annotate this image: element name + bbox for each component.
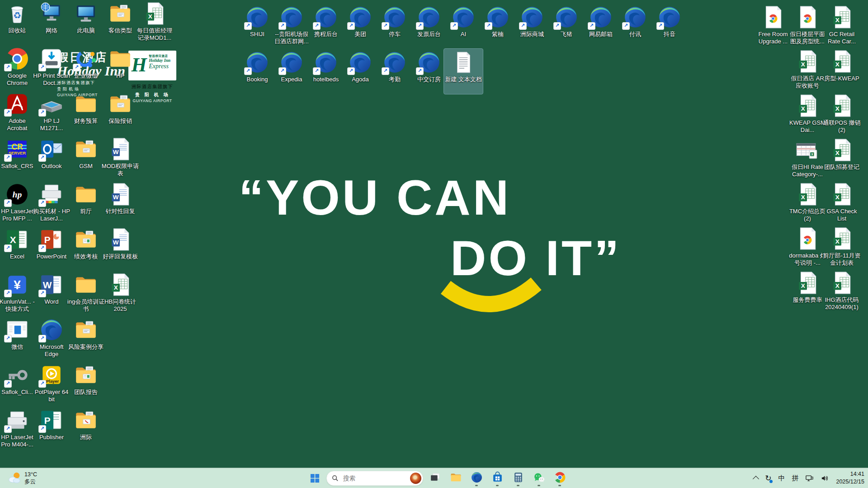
desktop-icon[interactable]: Free Room Upgrade ... [753, 4, 793, 48]
desktop-icon[interactable]: ↗Agoda [347, 49, 373, 94]
desktop-icon[interactable]: GSM [73, 136, 99, 181]
desktop-icon[interactable]: ↗Expedia [278, 49, 305, 94]
desktop-icon[interactable]: ↗HP LJ M1271... [32, 90, 71, 136]
desktop-icon[interactable]: X假日酒店 AR 应收账号 [788, 48, 827, 92]
taskbar-clock[interactable]: 14:41 2025/12/15 [836, 470, 864, 486]
desktop-icon-label: 停车 [389, 31, 401, 38]
desktop-icon[interactable]: ↗hotelbeds [312, 49, 340, 94]
desktop-icon[interactable]: 团队报告 [73, 361, 99, 407]
search-input[interactable] [342, 474, 406, 482]
desktop-icon[interactable]: ↗洲际商城 [519, 4, 545, 49]
taskbar-file-explorer-button[interactable] [447, 469, 465, 487]
taskbar-search-box[interactable] [326, 471, 423, 486]
desktop-icon[interactable]: 此电脑 [73, 0, 99, 45]
hidden-icons-chevron-icon[interactable] [753, 476, 759, 482]
volume-tray-icon[interactable] [821, 474, 829, 483]
desktop-icon[interactable]: ↗发票后台 [416, 4, 442, 49]
desktop-icon[interactable]: ↗中交订房 [416, 49, 442, 94]
desktop-icon[interactable]: ↗Saflok_Cli... [0, 361, 33, 407]
desktop-icon[interactable]: W↗Word [38, 271, 65, 316]
desktop-icon[interactable]: XTMC介绍总页(2) [788, 181, 827, 225]
running-indicator [558, 485, 561, 486]
desktop-icon[interactable]: ↗紫楠 [485, 4, 511, 49]
desktop-icon[interactable]: ↗购买耗材 - HP LaserJ... [32, 181, 71, 226]
desktop-icon[interactable]: ↗Microsoft Edge [32, 316, 71, 361]
desktop-icon[interactable]: ¥↗KunlunVat... - 快捷方式 [0, 271, 37, 316]
taskbar-chrome-button[interactable] [551, 469, 569, 487]
desktop-icon[interactable]: W好评回复模板 [102, 226, 139, 271]
desktop-icon[interactable]: ↗美团 [347, 4, 373, 49]
desktop-icon[interactable]: W针对性回复 [105, 181, 136, 226]
shortcut-arrow-icon: ↗ [519, 22, 527, 30]
desktop-icon[interactable]: ↗微信 [4, 316, 30, 361]
desktop-icon[interactable]: X每日值班经理记录MOD1... [135, 0, 175, 45]
start-button[interactable] [306, 469, 324, 487]
desktop-icon[interactable]: dormakaba 灯号说明 -... [788, 225, 827, 269]
desktop-icon[interactable]: P↗Publisher [38, 407, 65, 452]
search-highlight-image[interactable] [410, 473, 421, 484]
desktop-icon-label: Adobe Acrobat [0, 117, 36, 132]
desktop-icon[interactable]: ↗携程后台 [313, 4, 339, 49]
desktop-icon[interactable]: ↗HP Print Scan Doct... [32, 45, 71, 90]
update-sync-tray-icon[interactable]: ↻ [765, 474, 771, 482]
desktop-icon[interactable]: 洲际 [73, 407, 99, 452]
desktop-icon[interactable]: ↗网易邮箱 [588, 4, 614, 49]
desktop-icon[interactable]: ↗SHIJI [244, 4, 270, 49]
desktop-icon[interactable]: ↗付讯 [622, 4, 648, 49]
desktop-icon[interactable]: ↗HP LaserJet Pro M404-... [0, 407, 37, 452]
clock-date: 2025/12/15 [836, 478, 864, 486]
ime-language-indicator[interactable]: 中 [778, 474, 785, 483]
desktop-icon[interactable]: Player↗PotPlayer 64 bit [32, 361, 71, 407]
desktop-icon-label: GSA Check List [823, 208, 861, 222]
desktop-icon[interactable]: ing会员培训证书 [66, 271, 106, 316]
edge-icon: ↗ [657, 5, 682, 29]
desktop-icon[interactable]: XGC Retail Rate Car... [822, 4, 862, 48]
desktop-icon[interactable]: ↗抖音 [656, 4, 683, 49]
desktop-icon[interactable]: CRSERVER↗Saflok_CRS [0, 136, 34, 181]
desktop-icon[interactable]: X假日HI Rate Category-... [788, 136, 827, 181]
desktop-icon[interactable]: ↗企业微信 [73, 45, 99, 90]
desktop-icon[interactable]: X团队招募登记 [823, 136, 860, 181]
desktop-icon[interactable]: 网络 [38, 0, 65, 45]
desktop-icon[interactable]: X房型-KWEAP [823, 48, 860, 92]
desktop-icon[interactable]: XGSA Check List [822, 181, 862, 225]
taskbar-weather-widget[interactable]: 13°C 多云 [5, 469, 40, 487]
desktop-icon[interactable]: ↗Booking [244, 49, 270, 94]
desktop-icon[interactable]: XIHG酒店代码 20240409(1) [822, 269, 862, 314]
desktop-icon[interactable]: 假日楼层平面图及房型统... [788, 4, 827, 48]
taskbar-task-view-button[interactable] [426, 469, 444, 487]
taskbar-edge-button[interactable] [467, 469, 486, 487]
desktop-icon-label: HP [116, 72, 124, 80]
desktop-icon[interactable]: 前厅 [73, 181, 99, 226]
desktop-icon[interactable]: WMOD权限申请表 [100, 136, 140, 181]
desktop-icon[interactable]: XHB问卷统计2025 [100, 271, 140, 316]
taskbar-calculator-button[interactable] [509, 469, 527, 487]
desktop-icon[interactable]: ↗飞猪 [553, 4, 580, 49]
desktop-icon[interactable]: X↗Excel [4, 226, 30, 271]
desktop-icon[interactable]: XKWEAP GSM Dai... [788, 92, 827, 136]
desktop-icon[interactable]: X服务费费率 [792, 269, 823, 314]
desktop-icon[interactable]: X通联POS 撤销(2) [822, 92, 862, 136]
desktop-icon[interactable]: 财务预算 [73, 90, 99, 136]
desktop-icon[interactable]: P↗PowerPoint [36, 226, 67, 271]
desktop-icon[interactable]: HP [107, 45, 133, 90]
desktop-icon[interactable]: 绩效考核 [73, 226, 99, 271]
desktop-icon[interactable]: 保险报销 [107, 90, 133, 136]
desktop-icon[interactable]: 风险案例分享 [67, 316, 104, 361]
desktop-icon[interactable]: 客信类型 [107, 0, 133, 45]
svg-text:CR: CR [11, 142, 23, 151]
desktop-icon[interactable]: ↗Outlook [38, 136, 65, 181]
taskbar-wechat-button[interactable] [530, 469, 548, 487]
kunlun-icon: ¥↗ [5, 272, 29, 297]
taskbar-microsoft-store-button[interactable] [488, 469, 506, 487]
network-tray-icon[interactable] [805, 474, 814, 483]
desktop-icon[interactable]: ↗--贵阳机场假日酒店群网... [272, 4, 311, 49]
ime-mode-indicator[interactable]: 拼 [792, 474, 798, 483]
desktop-icon[interactable]: 新建 文本文档 [444, 49, 483, 94]
desktop-icon[interactable]: X前厅部-11月资金计划表 [822, 225, 862, 269]
desktop-icon[interactable]: ↗停车 [382, 4, 408, 49]
desktop-icon-label: 前厅 [80, 208, 92, 215]
desktop-icon[interactable]: ↗考勤 [382, 49, 408, 94]
desktop-icon[interactable]: ♻回收站 [4, 0, 30, 45]
desktop-icon[interactable]: ↗AI [450, 4, 476, 49]
